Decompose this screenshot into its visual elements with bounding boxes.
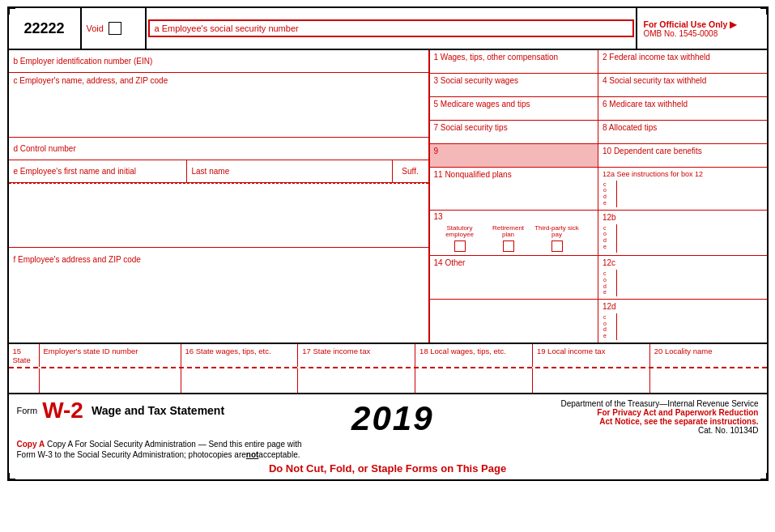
retirement-check[interactable]: [503, 240, 514, 252]
box2-label: 2 Federal income tax withheld: [603, 53, 763, 62]
copy-a-line1: Copy A For Social Security Administratio…: [47, 440, 302, 449]
box12a-label: 12a See instructions for box 12: [603, 170, 763, 179]
retirement-label: Retirement plan: [486, 225, 531, 240]
box12c-value: [617, 270, 763, 296]
bottom-left: Form W-2 Wage and Tax Statement: [17, 399, 225, 422]
row-f: f Employee's address and ZIP code: [9, 248, 428, 270]
form-code: 22222: [9, 8, 82, 49]
box-18: 18 Local wages, tips, etc.: [415, 344, 533, 367]
row-3-4: 3 Social security wages 4 Social securit…: [430, 74, 767, 97]
row-14extra-12d: 12d code: [430, 300, 767, 343]
box-5: 5 Medicare wages and tips: [430, 97, 599, 120]
year-big: 2019: [351, 399, 433, 438]
box-9: 9: [430, 144, 599, 167]
state-row2-cell7: [650, 368, 767, 393]
box-3: 3 Social security wages: [430, 74, 599, 96]
ssn-border-box: a Employee's social security number: [148, 19, 634, 37]
void-label: Void: [87, 23, 104, 33]
state-row2-cell5: [415, 368, 533, 393]
bottom-right: Department of the Treasury—Internal Reve…: [560, 399, 758, 435]
box19-label: 19 Local income tax: [537, 347, 645, 355]
privacy-label: For Privacy Act and Paperwork Reduction: [560, 408, 758, 417]
box-15-ein: Employer's state ID number: [40, 344, 181, 367]
box-1: 1 Wages, tips, other compensation: [430, 50, 599, 73]
box15b-label: Employer's state ID number: [44, 347, 177, 355]
retirement-plan-checkbox: Retirement plan: [486, 225, 531, 253]
statutory-employee-checkbox: Statutory employee: [437, 225, 483, 253]
row-7-8: 7 Social security tips 8 Allocated tips: [430, 121, 767, 144]
third-party-check[interactable]: [551, 240, 563, 252]
official-use-text: For Official Use Only ▶: [644, 19, 737, 29]
copy-a-bold: Copy A: [17, 440, 45, 449]
ssn-area: a Employee's social security number: [147, 8, 637, 49]
not-text: not: [246, 450, 259, 459]
box1-label: 1 Wages, tips, other compensation: [434, 53, 594, 62]
void-checkbox[interactable]: [109, 22, 121, 35]
checkboxes-row: Statutory employee Retirement plan Third…: [434, 223, 594, 254]
box-4: 4 Social security tax withheld: [598, 74, 767, 96]
state-row-2: [9, 367, 767, 393]
box12b-value: [617, 224, 763, 253]
state-row2-cell4: [298, 368, 415, 393]
box12c-code-area: code: [603, 270, 617, 296]
void-box: Void: [82, 8, 147, 49]
form-w2-label: Form W-2: [17, 399, 83, 422]
row-e: e Employee's first name and initial Last…: [9, 160, 428, 183]
omb-text: OMB No. 1545-0008: [644, 29, 718, 38]
statutory-label: Statutory employee: [437, 225, 483, 240]
box3-label: 3 Social security wages: [434, 76, 594, 86]
row-b: b Employer identification number (EIN): [9, 50, 428, 73]
box-14: 14 Other: [430, 256, 599, 299]
box12d-label: 12d: [603, 302, 763, 312]
form-code-value: 22222: [23, 20, 64, 37]
box14-label: 14 Other: [434, 258, 594, 268]
row-14-12c: 14 Other 12c code: [430, 256, 767, 300]
box17-label: 17 State income tax: [302, 347, 411, 355]
box7-label: 7 Social security tips: [434, 123, 594, 133]
cat-label: Cat. No. 10134D: [560, 426, 758, 435]
box-12a: 12a See instructions for box 12 code: [598, 168, 767, 210]
act-notice: Act Notice, see the separate instruction…: [560, 417, 758, 426]
ssn-label: a Employee's social security number: [155, 23, 299, 33]
box9-label: 9: [434, 147, 594, 156]
box20-label: 20 Locality name: [654, 347, 763, 355]
wage-statement: Wage and Tax Statement: [92, 404, 224, 417]
third-party-label: Third-party sick pay: [534, 225, 580, 240]
row-c: c Employer's name, address, and ZIP code: [9, 73, 428, 138]
row-d: d Control number: [9, 138, 428, 160]
statutory-check[interactable]: [454, 240, 466, 252]
left-panel: b Employer identification number (EIN) c…: [9, 50, 430, 343]
box12d-value: [617, 313, 763, 340]
row-13-12b: 13 Statutory employee Retirement plan Th…: [430, 211, 767, 257]
box-20: 20 Locality name: [650, 344, 767, 367]
corner-bracket-tl: [7, 6, 15, 15]
box-12c: 12c code: [598, 256, 767, 299]
corner-bracket-bl: [7, 473, 15, 481]
field-f-label: f Employee's address and ZIP code: [14, 255, 141, 264]
field-e-suff-label: Suff.: [402, 167, 418, 176]
box12d-code-area: code: [603, 313, 617, 340]
box-12d: 12d code: [598, 300, 767, 343]
box-8: 8 Allocated tips: [598, 121, 767, 143]
box12c-label: 12c: [603, 258, 763, 268]
box-14-extra: [430, 300, 599, 343]
dept-label: Department of the Treasury—Internal Reve…: [560, 399, 758, 408]
box8-label: 8 Allocated tips: [603, 123, 763, 133]
box4-label: 4 Social security tax withheld: [603, 76, 763, 86]
row-e-first: e Employee's first name and initial: [9, 160, 187, 182]
copy-a-line2: Form W-3 to the Social Security Administ…: [17, 450, 246, 459]
copy-a-line2b: acceptable.: [258, 450, 300, 459]
state-row2-cell3: [181, 368, 299, 393]
box-11: 11 Nonqualified plans: [430, 168, 599, 210]
right-panel: 1 Wages, tips, other compensation 2 Fede…: [430, 50, 767, 343]
box-16: 16 State wages, tips, etc.: [181, 344, 299, 367]
box12b-label: 12b: [603, 213, 763, 223]
third-party-checkbox: Third-party sick pay: [534, 225, 580, 253]
box-7: 7 Social security tips: [430, 121, 599, 143]
state-row2-cell6: [533, 368, 650, 393]
field-b-label: b Employer identification number (EIN): [14, 57, 153, 66]
box6-label: 6 Medicare tax withheld: [603, 100, 763, 109]
row-1-2: 1 Wages, tips, other compensation 2 Fede…: [430, 50, 767, 74]
box15-label: 15 State: [13, 347, 35, 364]
field-e-first-label: e Employee's first name and initial: [14, 167, 136, 176]
